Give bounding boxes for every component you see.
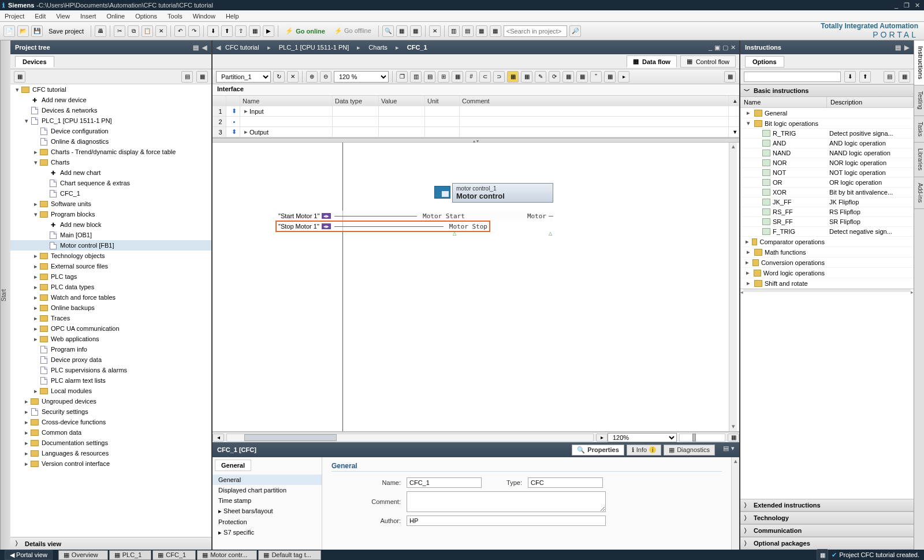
tree-item[interactable]: ▸Documentation settings — [10, 438, 211, 448]
communication-header[interactable]: 〉Communication — [740, 524, 914, 537]
twist-icon[interactable]: ▸ — [745, 269, 751, 277]
tree-item[interactable]: ✚Add new device — [10, 95, 211, 105]
input-row-1[interactable]: "Stop Motor 1" ◂▸ Motor Stop — [276, 221, 490, 232]
tree-item[interactable]: PLC supervisions & alarms — [10, 365, 211, 375]
close-editor-icon[interactable]: ✕ — [429, 25, 441, 37]
row-twist-icon[interactable]: ▸ — [243, 107, 249, 115]
copy-icon[interactable]: ⧉ — [128, 25, 139, 37]
new-project-icon[interactable]: 📄 — [3, 25, 15, 37]
et-icon[interactable]: ⊂ — [479, 71, 491, 83]
hscroll-track[interactable] — [226, 434, 594, 442]
tree-item[interactable]: ✚Add new chart — [10, 167, 211, 178]
tree-item[interactable]: Motor control [FB1] — [10, 240, 211, 251]
tree-twist-icon[interactable]: ▸ — [32, 263, 39, 270]
simulate-icon[interactable]: ▦ — [249, 25, 260, 37]
tree-item[interactable]: ▸Traces — [10, 313, 211, 323]
twist-icon[interactable]: ▸ — [745, 238, 750, 245]
props-nav-item[interactable]: Protection — [213, 517, 322, 527]
col-comment[interactable]: Comment — [460, 96, 729, 106]
scroll-down-icon[interactable]: ▾ — [729, 423, 737, 430]
tree-item[interactable]: Main [OB1] — [10, 230, 211, 240]
et-icon[interactable]: ✎ — [535, 71, 546, 83]
sidetab-libraries[interactable]: Libraries — [914, 143, 924, 177]
tree-item[interactable]: ▸Local modules — [10, 386, 211, 396]
tree-item[interactable]: ▸External source files — [10, 261, 211, 271]
compile-icon[interactable]: ⬇ — [207, 25, 219, 37]
props-nav-item[interactable]: Time stamp — [213, 495, 322, 506]
sidetab-instructions[interactable]: Instructions — [914, 40, 924, 85]
breadcrumb-0[interactable]: CFC tutorial — [225, 44, 259, 51]
search-down-icon[interactable]: ⬇ — [844, 71, 856, 83]
props-comment-input[interactable] — [407, 491, 606, 512]
tree-item[interactable]: ▸Charts - Trend/dynamic display & force … — [10, 147, 211, 157]
instruction-item[interactable]: ▸General — [740, 108, 914, 118]
technology-header[interactable]: 〉Technology — [740, 512, 914, 524]
tree-item[interactable]: Program info — [10, 344, 211, 354]
rp-view1-icon[interactable]: ▤ — [884, 71, 895, 83]
breadcrumb-1[interactable]: PLC_1 [CPU 1511-1 PN] — [279, 44, 349, 51]
tree-twist-icon[interactable]: ▸ — [32, 315, 39, 322]
twist-icon[interactable]: ▸ — [745, 109, 752, 117]
instruction-item[interactable]: NANDNAND logic operation — [740, 148, 914, 158]
tree-twist-icon[interactable]: ▸ — [32, 283, 39, 291]
tree-view2-icon[interactable]: ▦ — [196, 71, 208, 83]
rp-view2-icon[interactable]: ▦ — [899, 71, 910, 83]
menu-window[interactable]: Window — [193, 13, 215, 20]
tree-twist-icon[interactable]: ▸ — [23, 460, 30, 468]
menu-help[interactable]: Help — [226, 13, 239, 20]
tree-item[interactable]: ▸Online backups — [10, 303, 211, 313]
editor-maximize-icon[interactable]: ▣ — [714, 44, 720, 51]
zoom-out-icon[interactable]: ⊖ — [320, 71, 331, 83]
tree-item[interactable]: ▸Version control interface — [10, 458, 211, 469]
tree-item[interactable]: ▸Languages & resources — [10, 448, 211, 458]
et-icon[interactable]: # — [465, 71, 477, 83]
tree-item[interactable]: ▸Software units — [10, 199, 211, 209]
partition-select[interactable]: Partition_1 — [216, 71, 271, 83]
partition-refresh-icon[interactable]: ↻ — [273, 71, 285, 83]
et-icon[interactable]: ▦ — [507, 71, 519, 83]
instruction-item[interactable]: NORNOR logic operation — [740, 158, 914, 168]
task-tab[interactable]: ▦CFC_1 — [152, 550, 196, 560]
header-collapse-icon[interactable]: ◀ — [202, 44, 207, 51]
cut-icon[interactable]: ✂ — [114, 25, 125, 37]
props-nav-item[interactable]: General — [213, 475, 322, 485]
props-name-input[interactable] — [407, 477, 482, 488]
sidetab-tasks[interactable]: Tasks — [914, 116, 924, 143]
menu-edit[interactable]: Edit — [35, 13, 46, 20]
scroll-down-icon[interactable]: ▾ — [729, 127, 739, 137]
scroll-up-icon[interactable]: ▴ — [729, 96, 739, 106]
row-twist-icon[interactable]: ▸ — [243, 128, 249, 136]
tree-twist-icon[interactable]: ▾ — [32, 211, 39, 218]
tree-item[interactable]: ▸PLC tags — [10, 271, 211, 282]
instruction-item[interactable]: RS_FFRS Flipflop — [740, 207, 914, 217]
editor-newwin-icon[interactable]: ▢ — [722, 44, 728, 51]
start-icon[interactable]: ▶ — [263, 25, 274, 37]
instruction-item[interactable]: OROR logic operation — [740, 178, 914, 188]
instruction-item[interactable]: ▸Math functions — [740, 247, 914, 257]
tree-twist-icon[interactable]: ▸ — [32, 273, 39, 281]
header-pin-icon[interactable]: ▤ — [895, 44, 901, 51]
search-up-icon[interactable]: ⬆ — [859, 71, 871, 83]
task-tab[interactable]: ▦Default tag t... — [258, 550, 321, 560]
props-author-input[interactable] — [407, 516, 606, 526]
status-tray-icon[interactable]: ▦ — [817, 549, 828, 560]
instruction-item[interactable]: ▸Word logic operations — [740, 268, 914, 278]
window-close-icon[interactable]: ✕ — [912, 2, 922, 9]
block-header[interactable]: motor control_1 Motor control — [452, 183, 553, 203]
tree-item[interactable]: ▸PLC data types — [10, 282, 211, 292]
instructions-search-input[interactable] — [744, 72, 841, 82]
et-icon[interactable]: ▦ — [576, 71, 588, 83]
open-project-icon[interactable]: 📂 — [17, 25, 29, 37]
hscroll-thumb[interactable] — [244, 434, 337, 441]
split-h-icon[interactable]: ▥ — [448, 25, 460, 37]
tree-twist-icon[interactable]: ▾ — [32, 159, 39, 166]
controlflow-tab[interactable]: ▦Control flow — [680, 55, 736, 68]
twist-icon[interactable]: ▸ — [745, 279, 752, 287]
instruction-item[interactable]: ▸Conversion operations — [740, 257, 914, 268]
menu-tools[interactable]: Tools — [167, 13, 182, 20]
menu-view[interactable]: View — [56, 13, 70, 20]
tree-item[interactable]: ▾CFC tutorial — [10, 84, 211, 95]
tree-item[interactable]: ▾Program blocks — [10, 209, 211, 219]
zoom-select[interactable]: 120 % — [334, 71, 389, 83]
props-vscroll[interactable]: ▴ — [731, 457, 739, 550]
